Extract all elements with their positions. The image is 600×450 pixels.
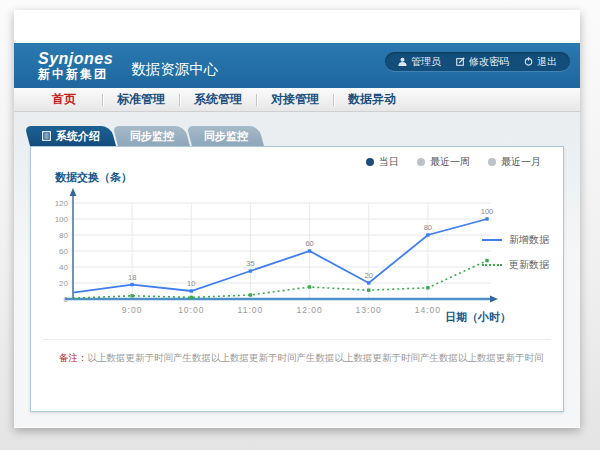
svg-text:120: 120	[55, 199, 69, 208]
power-icon	[524, 57, 533, 66]
nav-item-home[interactable]: 首页	[26, 91, 102, 108]
chart-legend: 新增数据 更新数据	[482, 233, 549, 283]
logout-button[interactable]: 退出	[524, 55, 557, 69]
radio-label: 最近一月	[501, 155, 541, 169]
legend-item-new-data[interactable]: 新增数据	[482, 233, 549, 247]
legend-label: 新增数据	[509, 233, 549, 247]
svg-text:18: 18	[128, 273, 136, 282]
svg-text:13:00: 13:00	[356, 305, 382, 315]
tab-bar: 系统介绍 同步监控 同步监控	[30, 126, 266, 146]
app-header: Synjones 新中新集团 数据资源中心 管理员 修改密码 退出	[14, 43, 580, 88]
tab-system-intro[interactable]: 系统介绍	[30, 126, 116, 146]
nav-item-standard-management[interactable]: 标准管理	[103, 91, 179, 108]
tab-label: 同步监控	[130, 126, 174, 146]
main-window: Synjones 新中新集团 数据资源中心 管理员 修改密码 退出 首页 标准管…	[14, 10, 580, 428]
company-logo[interactable]: Synjones 新中新集团	[38, 51, 113, 80]
footnote-prefix: 备注：	[59, 352, 88, 363]
svg-text:14:00: 14:00	[415, 305, 441, 315]
line-chart: 0204060801001209:0010:0011:0012:0013:001…	[47, 187, 499, 325]
radio-label: 最近一周	[430, 155, 470, 169]
svg-text:12:00: 12:00	[296, 305, 322, 315]
user-menu[interactable]: 管理员	[398, 55, 441, 69]
chart-y-axis-title: 数据交换（条）	[55, 170, 132, 185]
svg-text:60: 60	[59, 247, 68, 256]
nav-item-data-change[interactable]: 数据异动	[334, 91, 410, 108]
tab-label: 系统介绍	[56, 126, 100, 146]
svg-text:10: 10	[187, 279, 195, 288]
chart-x-axis-title: 日期（小时）	[445, 310, 511, 325]
svg-text:35: 35	[246, 259, 254, 268]
svg-text:40: 40	[59, 263, 68, 272]
top-strip	[14, 10, 580, 43]
tab-sync-monitor-1[interactable]: 同步监控	[118, 126, 190, 146]
change-password-label: 修改密码	[469, 55, 509, 69]
nav-item-system-management[interactable]: 系统管理	[180, 91, 256, 108]
svg-text:80: 80	[424, 223, 432, 232]
radio-dot-icon	[417, 158, 425, 166]
line-chart-svg: 0204060801001209:0010:0011:0012:0013:001…	[47, 187, 499, 325]
svg-text:100: 100	[55, 215, 69, 224]
main-nav: 首页 标准管理 系统管理 对接管理 数据异动	[14, 88, 580, 112]
panel-divider	[43, 339, 551, 340]
legend-label: 更新数据	[509, 258, 549, 272]
page-title: 数据资源中心	[131, 60, 218, 79]
user-toolbar: 管理员 修改密码 退出	[385, 52, 570, 71]
edit-icon	[456, 57, 465, 66]
logo-text-en: Synjones	[38, 51, 113, 68]
time-range-filter: 当日 最近一周 最近一月	[366, 155, 541, 169]
chart-panel: 当日 最近一周 最近一月 数据交换（条） 0204060801001209:00…	[30, 146, 564, 412]
svg-text:20: 20	[365, 271, 373, 280]
logout-label: 退出	[537, 55, 557, 69]
logo-text-cn: 新中新集团	[38, 68, 113, 81]
user-icon	[398, 57, 407, 66]
document-icon	[42, 131, 51, 141]
radio-last-week[interactable]: 最近一周	[417, 155, 470, 169]
svg-text:60: 60	[305, 239, 313, 248]
svg-text:10:00: 10:00	[178, 305, 204, 315]
dotted-line-swatch-icon	[482, 264, 502, 266]
change-password-button[interactable]: 修改密码	[456, 55, 509, 69]
tab-sync-monitor-2[interactable]: 同步监控	[192, 126, 264, 146]
legend-item-updated-data[interactable]: 更新数据	[482, 258, 549, 272]
svg-text:80: 80	[59, 231, 68, 240]
radio-last-month[interactable]: 最近一月	[488, 155, 541, 169]
svg-text:20: 20	[59, 279, 68, 288]
content-area: 系统介绍 同步监控 同步监控 当日 最近一周	[14, 112, 580, 427]
user-name: 管理员	[411, 55, 441, 69]
nav-item-interface-management[interactable]: 对接管理	[257, 91, 333, 108]
svg-text:9:00: 9:00	[122, 305, 143, 315]
radio-dot-icon	[488, 158, 496, 166]
radio-label: 当日	[379, 155, 399, 169]
solid-line-swatch-icon	[482, 239, 502, 241]
footnote: 备注：以上数据更新于时间产生数据以上数据更新于时间产生数据以上数据更新于时间产生…	[59, 352, 543, 365]
radio-today[interactable]: 当日	[366, 155, 399, 169]
svg-text:100: 100	[481, 207, 494, 216]
svg-text:11:00: 11:00	[238, 305, 264, 315]
radio-dot-icon	[366, 158, 374, 166]
tab-label: 同步监控	[204, 126, 248, 146]
footnote-text: 以上数据更新于时间产生数据以上数据更新于时间产生数据以上数据更新于时间产生数据以…	[88, 352, 544, 363]
